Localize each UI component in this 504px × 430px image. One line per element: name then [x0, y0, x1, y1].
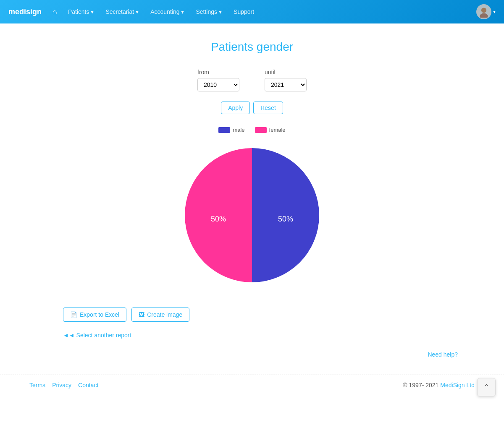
chart-legend: male female	[218, 127, 285, 133]
chevron-down-icon: ▾	[136, 8, 139, 15]
select-report-section: ◄◄ Select another report	[29, 332, 475, 339]
legend-male-label: male	[233, 127, 244, 133]
footer-divider	[0, 375, 504, 375]
until-select[interactable]: 2010201120122013 2014201520162017 201820…	[265, 78, 307, 91]
action-buttons: 📄 Export to Excel 🖼 Create image	[29, 308, 475, 322]
female-percent-label: 50%	[211, 215, 226, 223]
svg-point-0	[481, 8, 486, 13]
nav-support[interactable]: Support	[228, 6, 259, 18]
nav-secretariat[interactable]: Secretariat ▾	[100, 6, 144, 18]
male-color-swatch	[218, 127, 230, 133]
filter-actions: Apply Reset	[29, 102, 475, 114]
footer-terms-link[interactable]: Terms	[29, 382, 45, 388]
until-label: until	[265, 69, 307, 76]
nav-patients[interactable]: Patients ▾	[63, 6, 99, 18]
footer: Terms Privacy Contact © 1997- 2021 MediS…	[21, 382, 483, 397]
avatar-caret-icon: ▾	[493, 9, 496, 15]
page-title: Patients gender	[29, 40, 475, 54]
scroll-to-top-button[interactable]: ⌃	[477, 378, 496, 396]
filter-section: from 2005200620072008 2009201020112012 2…	[29, 69, 475, 91]
svg-point-1	[480, 13, 488, 18]
from-filter: from 2005200620072008 2009201020112012 2…	[197, 69, 239, 91]
legend-male: male	[218, 127, 244, 133]
nav-settings[interactable]: Settings ▾	[191, 6, 227, 18]
chevron-up-icon: ⌃	[483, 383, 490, 392]
footer-contact-link[interactable]: Contact	[78, 382, 98, 388]
excel-icon: 📄	[70, 311, 77, 318]
chevron-down-icon: ▾	[181, 8, 184, 15]
footer-copyright: © 1997- 2021 MediSign Ltd	[403, 382, 475, 388]
female-color-swatch	[255, 127, 267, 133]
footer-privacy-link[interactable]: Privacy	[52, 382, 71, 388]
reset-button[interactable]: Reset	[253, 102, 283, 114]
apply-button[interactable]: Apply	[221, 102, 250, 114]
from-label: from	[197, 69, 239, 76]
avatar	[476, 4, 491, 19]
chart-container: male female 50% 50%	[29, 127, 475, 291]
until-filter: until 2010201120122013 2014201520162017 …	[265, 69, 307, 91]
home-icon[interactable]: ⌂	[48, 5, 61, 19]
main-content: Patients gender from 2005200620072008 20…	[21, 23, 483, 375]
need-help-link[interactable]: Need help?	[428, 351, 458, 358]
legend-female: female	[255, 127, 286, 133]
need-help-section: Need help?	[29, 351, 475, 358]
select-report-link[interactable]: ◄◄ Select another report	[63, 332, 131, 339]
image-icon: 🖼	[139, 311, 144, 318]
chevron-down-icon: ▾	[219, 8, 222, 15]
export-excel-button[interactable]: 📄 Export to Excel	[63, 308, 126, 322]
navbar: medisign ⌂ Patients ▾ Secretariat ▾ Acco…	[0, 0, 504, 23]
brand-logo[interactable]: medisign	[8, 8, 42, 16]
chevron-down-icon: ▾	[91, 8, 94, 15]
male-percent-label: 50%	[278, 215, 293, 223]
footer-links: Terms Privacy Contact	[29, 382, 98, 388]
nav-accounting[interactable]: Accounting ▾	[145, 6, 189, 18]
pie-chart: 50% 50%	[176, 140, 328, 291]
create-image-button[interactable]: 🖼 Create image	[131, 308, 189, 322]
from-select[interactable]: 2005200620072008 2009201020112012 201320…	[197, 78, 239, 91]
user-menu[interactable]: ▾	[476, 4, 496, 19]
legend-female-label: female	[269, 127, 286, 133]
footer-company-link[interactable]: MediSign Ltd	[440, 382, 475, 388]
